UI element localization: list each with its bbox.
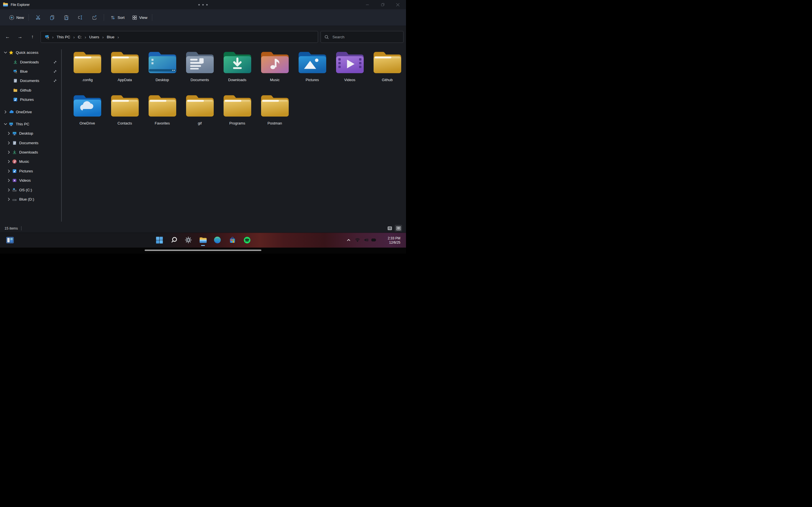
folder-tile-desktop[interactable]: Desktop — [144, 51, 181, 82]
battery-tray-button[interactable] — [370, 233, 378, 246]
sidebar-item-github[interactable]: Github — [0, 86, 66, 95]
chevron-right-icon[interactable] — [7, 197, 11, 202]
sidebar-item-documents-pinned[interactable]: Documents — [0, 76, 66, 86]
sidebar-item-blue-d[interactable]: Blue (D:) — [0, 194, 66, 204]
edge-button[interactable] — [212, 233, 223, 246]
yellow-folder-icon — [73, 51, 101, 73]
folder-name: Music — [256, 77, 294, 82]
folder-name: Github — [368, 77, 406, 82]
taskbar-file-explorer-button[interactable] — [197, 233, 209, 246]
sidebar-item-desktop[interactable]: Desktop — [0, 129, 66, 138]
sidebar-item-label: Blue — [20, 69, 28, 73]
sidebar-item-onedrive[interactable]: OneDrive — [0, 107, 66, 116]
sidebar-scrollbar[interactable] — [61, 49, 62, 222]
chevron-right-icon[interactable] — [7, 141, 11, 145]
edge-icon — [214, 236, 221, 244]
status-separator — [21, 226, 21, 230]
volume-tray-button[interactable] — [362, 233, 370, 246]
folder-tile-downloads[interactable]: Downloads — [218, 51, 256, 82]
sidebar-item-quick-access[interactable]: Quick access — [0, 48, 66, 57]
breadcrumb-chevron: › — [71, 35, 77, 40]
breadcrumb-users[interactable]: Users — [89, 34, 100, 40]
folder-tile-videos[interactable]: Videos — [331, 51, 368, 82]
folder-tile-contacts[interactable]: Contacts — [106, 94, 144, 126]
sidebar-item-documents[interactable]: Documents — [0, 138, 66, 148]
view-button[interactable]: View — [130, 13, 150, 22]
sidebar-item-downloads-pinned[interactable]: Downloads — [0, 57, 66, 66]
sidebar-item-this-pc[interactable]: This PC — [0, 119, 66, 129]
spotify-button[interactable] — [241, 233, 253, 246]
folder-tile-config[interactable]: .config — [68, 51, 106, 82]
sidebar-item-label: Music — [19, 159, 29, 164]
breadcrumb-this-pc[interactable]: This PC — [56, 34, 71, 40]
sidebar-item-os-c[interactable]: OS (C:) — [0, 185, 66, 194]
sidebar-item-downloads[interactable]: Downloads — [0, 148, 66, 157]
sidebar-item-blue-pinned[interactable]: Blue — [0, 67, 66, 76]
folder-tile-music[interactable]: Music — [256, 51, 294, 82]
breadcrumb-blue[interactable]: Blue — [106, 34, 115, 40]
folder-tile-documents[interactable]: Documents — [181, 51, 218, 82]
folder-tile-onedrive[interactable]: OneDrive — [68, 94, 106, 126]
folder-tile-github[interactable]: Github — [368, 51, 406, 82]
pictures-icon — [12, 169, 17, 173]
back-button[interactable]: ← — [3, 32, 12, 42]
breadcrumb-c-drive[interactable]: C: — [77, 34, 83, 40]
pin-icon — [53, 79, 57, 82]
chevron-right-icon[interactable] — [7, 178, 11, 182]
sidebar: Quick access Downloads Blue Documents Gi… — [0, 48, 66, 224]
microsoft-store-button[interactable] — [227, 233, 238, 246]
search-box[interactable] — [320, 31, 403, 43]
copy-button[interactable] — [47, 12, 57, 22]
folder-tile-favorites[interactable]: Favorites — [144, 94, 181, 126]
new-button[interactable]: New — [7, 13, 26, 22]
taskbar-clock[interactable]: 2:33 PM 12/6/25 — [388, 236, 400, 244]
chevron-right-icon[interactable] — [7, 169, 11, 173]
chevron-right-icon[interactable] — [7, 159, 11, 164]
user-folder-icon — [45, 34, 50, 40]
sidebar-item-music[interactable]: Music — [0, 157, 66, 166]
sidebar-item-videos[interactable]: Videos — [0, 176, 66, 185]
titlebar-more-handle[interactable] — [199, 4, 208, 5]
sidebar-item-pictures[interactable]: Pictures — [0, 166, 66, 176]
item-count: 15 items — [4, 226, 18, 230]
details-view-button[interactable] — [386, 225, 393, 231]
yellow-folder-icon — [111, 94, 139, 117]
chevron-right-icon[interactable] — [7, 188, 11, 192]
yellow-folder-icon — [186, 94, 214, 117]
sidebar-item-pictures-qa[interactable]: Pictures — [0, 95, 66, 104]
folder-tile-postman[interactable]: Postman — [256, 94, 294, 126]
minimize-button[interactable] — [360, 0, 375, 9]
start-button[interactable] — [154, 233, 165, 246]
address-bar[interactable]: › This PC › C: › Users › Blue › — [41, 31, 318, 43]
cut-button[interactable] — [33, 12, 43, 22]
rename-icon — [78, 15, 83, 20]
chevron-down-icon[interactable] — [3, 122, 8, 126]
taskbar-search-button[interactable] — [168, 233, 180, 246]
settings-button[interactable] — [183, 233, 194, 246]
show-hidden-icons-button[interactable] — [344, 233, 353, 246]
widgets-button[interactable] — [4, 233, 15, 246]
chevron-right-icon[interactable] — [3, 110, 8, 114]
chevron-right-icon[interactable] — [7, 131, 11, 135]
chevron-right-icon[interactable] — [7, 150, 11, 154]
large-thumbnails-view-button[interactable] — [395, 225, 402, 231]
folder-tile-programs[interactable]: Programs — [218, 94, 256, 126]
close-button[interactable] — [390, 0, 405, 9]
restore-button[interactable] — [375, 0, 390, 9]
folder-grid: .config AppData Desktop Documents Downlo… — [68, 48, 406, 224]
forward-button[interactable]: → — [15, 32, 25, 42]
gesture-handle[interactable] — [145, 249, 261, 251]
search-input[interactable] — [332, 35, 395, 40]
paste-button[interactable] — [61, 12, 71, 22]
cut-icon — [35, 15, 41, 20]
sort-button[interactable]: Sort — [108, 13, 127, 22]
folder-tile-gif[interactable]: gif — [181, 94, 218, 126]
wifi-tray-button[interactable] — [353, 233, 362, 246]
chevron-down-icon[interactable] — [3, 50, 8, 55]
folder-name: gif — [181, 121, 218, 126]
share-button[interactable] — [89, 12, 100, 22]
folder-tile-appdata[interactable]: AppData — [106, 51, 144, 82]
up-button[interactable]: ↑ — [28, 32, 37, 42]
folder-tile-pictures[interactable]: Pictures — [294, 51, 331, 82]
rename-button[interactable] — [75, 12, 86, 22]
